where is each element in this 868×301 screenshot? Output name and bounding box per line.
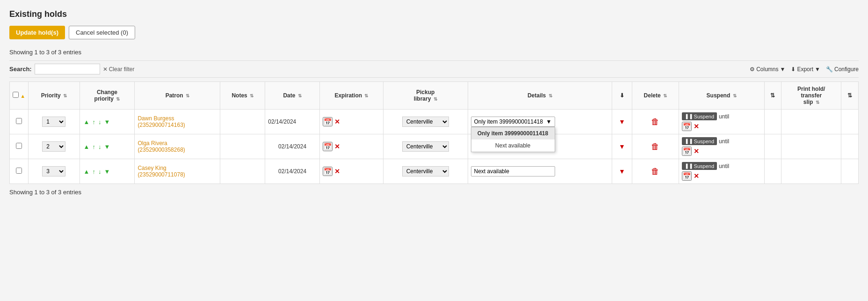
- showing-bottom: Showing 1 to 3 of 3 entries: [9, 189, 859, 196]
- row2-move-up-btn[interactable]: ↑: [91, 143, 96, 151]
- table-row: 123 ▲ ↑ ↓ ▼ Casey King (23529000711: [10, 159, 859, 184]
- row1-delete-cell: 🗑: [632, 110, 679, 134]
- row1-suspend-extra: [764, 110, 781, 134]
- row1-checkbox[interactable]: [16, 118, 22, 124]
- row2-move-bottom-btn[interactable]: ▼: [103, 143, 111, 151]
- row3-priority-select[interactable]: 123: [42, 166, 65, 176]
- row1-pickup-select[interactable]: Centerville: [402, 117, 449, 127]
- row1-checkbox-cell: [10, 110, 29, 134]
- chevron-down-details-icon: ▼: [546, 118, 552, 125]
- row3-delete-cell: 🗑: [632, 159, 679, 184]
- row2-last-cell: [841, 134, 859, 159]
- row1-details-option-2[interactable]: Next available: [471, 139, 555, 152]
- th-delete[interactable]: Delete ⇅: [632, 82, 679, 110]
- row1-suspend-btn[interactable]: ❚❚ Suspend: [682, 112, 717, 120]
- table-row: 123 ▲ ↑ ↓ ▼ Olga Rivera (2352900035: [10, 134, 859, 159]
- row2-move-down-btn[interactable]: ↓: [97, 143, 102, 151]
- update-holds-button[interactable]: Update hold(s): [9, 26, 65, 39]
- row1-move-down-btn[interactable]: ↓: [97, 118, 102, 126]
- row1-move-top-btn[interactable]: ▲: [83, 118, 91, 126]
- row1-delete-btn[interactable]: 🗑: [651, 117, 659, 127]
- row3-pickup-select[interactable]: Centerville: [402, 166, 449, 176]
- row1-patron-link[interactable]: Dawn Burgess (23529000714163): [137, 115, 185, 128]
- row3-move-top-btn[interactable]: ▲: [83, 168, 91, 176]
- th-notes[interactable]: Notes ⇅: [220, 82, 265, 110]
- row1-date-cell: 02/14/2024: [265, 110, 320, 134]
- columns-button[interactable]: ⚙ Columns ▼: [750, 66, 785, 73]
- row2-suspend-clear-btn[interactable]: ✕: [694, 147, 699, 155]
- row3-move-down-btn[interactable]: ↓: [97, 168, 102, 176]
- th-details[interactable]: Details ⇅: [468, 82, 612, 110]
- row1-expiration-cal-btn[interactable]: 📅: [323, 117, 333, 126]
- row3-date-cell: 02/14/2024: [265, 159, 320, 184]
- row3-priority-cell: 123: [29, 159, 80, 184]
- th-expiration[interactable]: Expiration ⇅: [319, 82, 383, 110]
- row1-expiration-cell: 📅 ✕: [319, 110, 383, 134]
- row1-pickup-cell: Centerville: [383, 110, 468, 134]
- row2-expiration-cal-btn[interactable]: 📅: [323, 142, 333, 151]
- select-all-checkbox[interactable]: [13, 92, 19, 98]
- th-pickup-library[interactable]: Pickuplibrary ⇅: [383, 82, 468, 110]
- row3-delete-btn[interactable]: 🗑: [651, 167, 659, 176]
- row2-move-top-btn[interactable]: ▲: [83, 143, 91, 151]
- th-queue-icon: ⬇: [612, 82, 632, 110]
- row1-expiration-clear-btn[interactable]: ✕: [334, 118, 340, 125]
- row2-delete-btn[interactable]: 🗑: [651, 142, 659, 152]
- download-icon: ⬇: [791, 66, 796, 73]
- holds-table: ▲ Priority ⇅ Changepriority ⇅ Patron ⇅ N…: [9, 81, 859, 184]
- cancel-selected-button[interactable]: Cancel selected (0): [69, 26, 135, 39]
- row3-checkbox[interactable]: [16, 168, 22, 174]
- row2-pickup-select[interactable]: Centerville: [402, 141, 449, 152]
- row3-move-bottom-btn[interactable]: ▼: [103, 168, 111, 176]
- row1-queue-cell: ▼: [612, 110, 632, 134]
- row1-priority-cell: 123: [29, 110, 80, 134]
- row1-details-select-btn[interactable]: Only item 39999000011418 ▼: [471, 117, 555, 127]
- row3-expiration-cal-btn[interactable]: 📅: [323, 167, 333, 176]
- row1-details-option-1[interactable]: Only item 39999000011418: [471, 127, 555, 139]
- row3-suspend-clear-btn[interactable]: ✕: [694, 172, 699, 180]
- row2-expiration-cell: 📅 ✕: [319, 134, 383, 159]
- search-input[interactable]: [35, 64, 100, 74]
- th-date[interactable]: Date ⇅: [265, 82, 320, 110]
- row2-date-cell: 02/14/2024: [265, 134, 320, 159]
- row3-queue-btn[interactable]: ▼: [619, 168, 625, 175]
- row3-details-cell: Next available: [468, 159, 612, 184]
- row3-expiration-cell: 📅 ✕: [319, 159, 383, 184]
- row2-expiration-clear-btn[interactable]: ✕: [334, 143, 340, 150]
- row3-details-dropdown: Next available: [471, 166, 609, 176]
- row2-suspend-cal-btn[interactable]: 📅: [682, 147, 692, 156]
- x-icon: ✕: [103, 66, 108, 73]
- row1-details-dropdown: Only item 39999000011418 ▼ Only item 399…: [471, 117, 609, 127]
- row3-patron-link[interactable]: Casey King (23529000711078): [137, 165, 185, 178]
- th-patron[interactable]: Patron ⇅: [135, 82, 220, 110]
- row1-move-up-btn[interactable]: ↑: [91, 118, 96, 126]
- row2-queue-btn[interactable]: ▼: [619, 143, 625, 150]
- row2-priority-select[interactable]: 123: [42, 141, 65, 152]
- row1-move-bottom-btn[interactable]: ▼: [103, 118, 111, 126]
- row3-details-select-btn[interactable]: Next available: [471, 166, 555, 176]
- row2-suspend-btn[interactable]: ❚❚ Suspend: [682, 137, 717, 145]
- configure-button[interactable]: 🔧 Configure: [826, 66, 859, 73]
- clear-filter-button[interactable]: ✕ Clear filter: [103, 66, 135, 73]
- search-label: Search:: [9, 66, 32, 73]
- row2-suspend-cell: ❚❚ Suspend until 📅 ✕: [679, 134, 764, 159]
- row1-print-cell: [781, 110, 841, 134]
- row3-move-up-btn[interactable]: ↑: [91, 168, 96, 176]
- row1-suspend-clear-btn[interactable]: ✕: [694, 123, 699, 130]
- row1-suspend-cal-btn[interactable]: 📅: [682, 122, 692, 131]
- row2-checkbox[interactable]: [16, 143, 22, 149]
- row1-notes-cell: [220, 110, 265, 134]
- row1-queue-btn[interactable]: ▼: [619, 118, 625, 125]
- th-priority[interactable]: Priority ⇅: [29, 82, 80, 110]
- row2-patron-cell: Olga Rivera (23529000358268): [135, 134, 220, 159]
- th-suspend-arrow: ⇅: [764, 82, 781, 110]
- row3-suspend-cal-btn[interactable]: 📅: [682, 171, 692, 181]
- row2-patron-link[interactable]: Olga Rivera (23529000358268): [137, 140, 185, 153]
- export-button[interactable]: ⬇ Export ▼: [791, 66, 820, 73]
- row3-last-cell: [841, 159, 859, 184]
- row1-priority-select[interactable]: 123: [42, 117, 65, 127]
- row3-patron-cell: Casey King (23529000711078): [135, 159, 220, 184]
- th-suspend[interactable]: Suspend ⇅: [679, 82, 764, 110]
- row3-expiration-clear-btn[interactable]: ✕: [334, 168, 340, 175]
- row3-suspend-btn[interactable]: ❚❚ Suspend: [682, 162, 717, 170]
